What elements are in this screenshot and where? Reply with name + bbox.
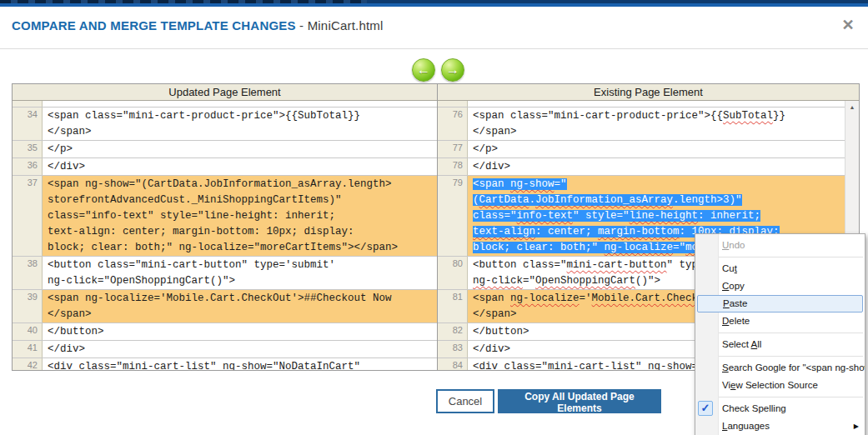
code-line[interactable]: block; clear: both;" ng-localize="moreCa…	[48, 240, 437, 256]
line-number: 34	[13, 108, 43, 140]
text-selection: class="info-text" style="line-height: in…	[473, 210, 760, 222]
line-number: 79	[438, 176, 468, 256]
code-cell[interactable]: </p>	[468, 141, 845, 158]
code-row[interactable]: 41</div>	[13, 341, 437, 358]
code-line[interactable]: <span class="mini-cart-product-price">{{…	[48, 108, 437, 124]
code-line[interactable]: </div>	[473, 159, 845, 175]
code-line[interactable]: </div>	[48, 159, 437, 175]
menu-item-delete[interactable]: Delete	[695, 312, 865, 330]
spellcheck-squiggle: ng-show	[510, 178, 554, 190]
text-selection: <span ng-show="	[473, 178, 567, 190]
code-cell[interactable]: <span ng-show="(CartData.JobInformation_…	[43, 176, 437, 256]
code-cell[interactable]: <div class="mini-cart-list" ng-show="NoD…	[43, 358, 437, 370]
code-cell[interactable]: <span class="mini-cart-product-price">{{…	[43, 108, 437, 140]
code-line[interactable]: class="info-text" style="line-height: in…	[48, 208, 437, 224]
scrollbar-up-icon[interactable]: ▲	[845, 101, 859, 114]
menu-item-paste[interactable]: Paste	[697, 295, 863, 312]
code-line[interactable]: </span>	[48, 124, 437, 140]
code-line[interactable]: >	[48, 101, 437, 107]
line-number: 40	[13, 323, 43, 340]
code-cell[interactable]: >	[43, 101, 437, 107]
code-cell[interactable]: </button>	[43, 323, 437, 340]
code-row[interactable]: 36</div>	[13, 158, 437, 176]
spellcheck-squiggle: CartData	[479, 194, 529, 206]
menu-item-undo[interactable]: Undo	[695, 237, 865, 254]
line-number: 84	[438, 358, 468, 370]
code-row[interactable]: 35</p>	[13, 141, 437, 158]
code-cell[interactable]: >	[468, 101, 845, 107]
panel-updated: Updated Page Element >34<span class="min…	[13, 84, 438, 370]
code-line[interactable]: </div>	[48, 342, 437, 358]
code-row[interactable]: 39<span ng-localize='Mobile.Cart.CheckOu…	[13, 290, 437, 323]
code-line[interactable]: </p>	[473, 142, 845, 158]
code-row[interactable]: 76<span class="mini-cart-product-price">…	[438, 108, 845, 141]
code-cell[interactable]: <span ng-localize='Mobile.Cart.CheckOut'…	[43, 290, 437, 322]
next-change-button[interactable]: →	[441, 58, 464, 82]
code-line[interactable]: <div class="mini-cart-list" ng-show="NoD…	[48, 359, 437, 370]
menu-item-view-selection-source[interactable]: View Selection Source	[695, 377, 865, 394]
menu-item-languages[interactable]: Languages▶	[695, 418, 865, 435]
code-line[interactable]: text-align: center; margin-bottom: 10px;…	[48, 224, 437, 240]
dialog-header: COMPARE AND MERGE TEMPLATE CHANGES - Min…	[0, 7, 868, 49]
code-row[interactable]: 77</p>	[438, 141, 845, 158]
previous-change-button[interactable]: ←	[412, 58, 435, 82]
line-number	[438, 101, 468, 107]
code-line[interactable]: </p>	[48, 142, 437, 158]
close-icon[interactable]: ✕	[839, 16, 857, 34]
code-cell[interactable]: <button class="mini-cart-button" type='s…	[43, 257, 437, 289]
code-row[interactable]: 78</div>	[438, 158, 845, 176]
code-row[interactable]: 40</button>	[13, 323, 437, 341]
spellcheck-squiggle: ng-localize	[510, 292, 580, 304]
panel-existing-header: Existing Page Element	[438, 84, 859, 101]
code-row[interactable]: 34<span class="mini-cart-product-price">…	[13, 108, 437, 141]
code-line[interactable]: <span ng-localize='Mobile.Cart.CheckOut'…	[48, 291, 437, 307]
panel-body-left[interactable]: >34<span class="mini-cart-product-price"…	[13, 101, 437, 370]
code-line[interactable]: </button>	[48, 324, 437, 340]
code-line[interactable]: <span ng-show="	[473, 177, 845, 192]
code-cell[interactable]: <span class="mini-cart-product-price">{{…	[468, 108, 845, 140]
code-row[interactable]: 42<div class="mini-cart-list" ng-show="N…	[13, 358, 437, 370]
dialog-title-main: COMPARE AND MERGE TEMPLATE CHANGES	[12, 18, 296, 32]
spellcheck-squiggle: info-text	[517, 210, 574, 222]
cancel-button[interactable]: Cancel	[436, 389, 494, 413]
menu-separator	[719, 332, 863, 333]
line-number: 77	[438, 141, 468, 158]
spellcheck-squiggle: OpenShoppingCart	[535, 275, 635, 287]
spellcheck-squiggle: JobInformation_asArray	[535, 194, 673, 206]
code-line[interactable]: (CartData.JobInformation_asArray.length>…	[473, 192, 845, 208]
code-line[interactable]: storefrontAdvancedCust._MiniShoppingCart…	[48, 192, 437, 208]
code-line[interactable]: ng-click="OpenShoppingCart()">	[48, 273, 437, 289]
line-number: 76	[438, 108, 468, 140]
menu-item-select-all[interactable]: Select All	[695, 336, 865, 353]
line-number: 37	[13, 176, 43, 256]
code-line[interactable]: >	[473, 101, 845, 107]
copy-all-updated-button[interactable]: Copy All Updated Page Elements	[498, 389, 661, 413]
code-line[interactable]: <span class="mini-cart-product-price">{{…	[473, 108, 845, 124]
menu-separator	[719, 356, 863, 357]
code-row[interactable]: 38<button class="mini-cart-button" type=…	[13, 257, 437, 290]
code-cell[interactable]: </p>	[43, 141, 437, 158]
code-cell[interactable]: </div>	[43, 341, 437, 358]
arrow-right-icon: →	[446, 62, 459, 77]
code-cell[interactable]: </div>	[468, 158, 845, 175]
menu-item-search-google-for-span-ng-show[interactable]: Search Google for "<span ng-show="..."	[695, 359, 865, 377]
code-row[interactable]: >	[438, 101, 845, 108]
line-number: 35	[13, 141, 43, 158]
arrow-left-icon: ←	[417, 62, 430, 77]
dialog-title: COMPARE AND MERGE TEMPLATE CHANGES - Min…	[12, 18, 384, 32]
dialog-title-file: - MiniCart.html	[296, 18, 384, 32]
code-line[interactable]: <button class="mini-cart-button" type='s…	[48, 258, 437, 273]
line-number	[13, 101, 43, 107]
code-line[interactable]: <span ng-show="(CartData.JobInformation_…	[48, 177, 437, 192]
code-row[interactable]: >	[13, 101, 437, 108]
menu-item-check-spelling[interactable]: Check Spelling✓	[695, 400, 865, 418]
code-line[interactable]: class="info-text" style="line-height: in…	[473, 208, 845, 224]
code-line[interactable]: </span>	[473, 124, 845, 140]
menu-item-copy[interactable]: Copy	[695, 278, 865, 295]
code-row[interactable]: 37<span ng-show="(CartData.JobInformatio…	[13, 176, 437, 257]
spellcheck-squiggle: SubTotal	[723, 110, 773, 122]
menu-item-cut[interactable]: Cut	[695, 260, 865, 278]
line-number: 83	[438, 341, 468, 358]
code-line[interactable]: </span>	[48, 307, 437, 322]
code-cell[interactable]: </div>	[43, 158, 437, 175]
